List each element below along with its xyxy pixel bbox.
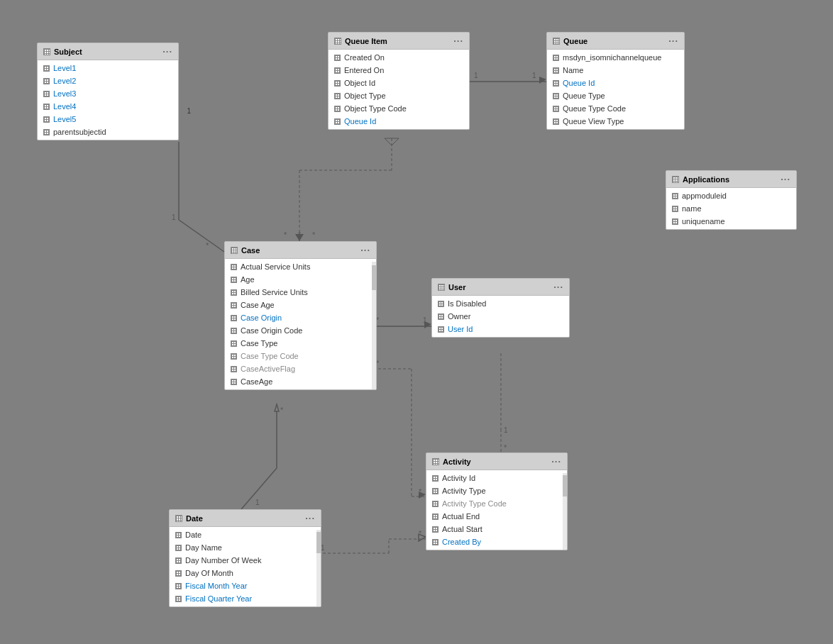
user-entity: User ··· Is Disabled Owner User Id [431, 278, 570, 338]
user-header[interactable]: User ··· [432, 279, 569, 296]
field-icon [231, 366, 237, 372]
svg-text:1: 1 [504, 426, 508, 434]
field-label: name [682, 204, 702, 213]
table-row: Level1 [38, 62, 178, 74]
field-label: Level3 [53, 89, 76, 98]
table-row: Level3 [38, 87, 178, 100]
field-label: Level4 [53, 102, 76, 111]
field-icon [672, 193, 678, 199]
field-label: Queue Id [563, 79, 595, 87]
queue-title: Queue [563, 37, 587, 45]
queue-entity: Queue ··· msdyn_isomnichannelqueue Name … [546, 32, 685, 130]
field-label: Queue View Type [563, 117, 624, 126]
activity-grid-icon [432, 458, 439, 465]
field-label: Activity Type [442, 487, 486, 495]
table-row: Object Id [329, 77, 469, 89]
table-row: Queue Id [547, 77, 684, 89]
table-row: Actual End [426, 510, 567, 523]
svg-text:*: * [419, 529, 422, 538]
field-label: Case Age [241, 301, 275, 309]
field-label: Created On [344, 53, 385, 62]
field-label: Case Origin Code [241, 326, 302, 335]
field-icon [334, 67, 341, 74]
subject-header[interactable]: Subject ··· [38, 43, 178, 60]
field-icon [553, 80, 559, 87]
field-icon [175, 596, 182, 602]
queue-item-ellipsis[interactable]: ··· [453, 35, 463, 46]
table-row: Queue Id [329, 115, 469, 128]
field-label: Age [241, 275, 255, 284]
field-icon [175, 532, 182, 538]
field-label: Level5 [53, 115, 76, 123]
field-label: appmoduleid [682, 191, 727, 200]
case-ellipsis[interactable]: ··· [360, 245, 370, 255]
case-header[interactable]: Case ··· [225, 242, 376, 259]
table-row: Billed Service Units [225, 286, 376, 299]
field-icon [553, 55, 559, 61]
queue-header[interactable]: Queue ··· [547, 33, 684, 50]
queue-item-title: Queue Item [345, 37, 387, 45]
field-label: Day Name [185, 543, 222, 552]
field-label: Entered On [344, 66, 384, 74]
field-icon [334, 118, 341, 125]
date-grid-icon [175, 515, 182, 522]
field-label: Object Type [344, 91, 386, 100]
subject-title: Subject [54, 48, 82, 56]
svg-text:*: * [298, 231, 302, 239]
table-row: Actual Service Units [225, 260, 376, 273]
field-icon [43, 91, 50, 97]
table-row: Object Type Code [329, 102, 469, 115]
svg-marker-24 [275, 404, 279, 411]
activity-ellipsis[interactable]: ··· [551, 456, 561, 467]
field-icon [672, 218, 678, 225]
queue-item-header[interactable]: Queue Item ··· [329, 33, 469, 50]
activity-header[interactable]: Activity ··· [426, 453, 567, 470]
subject-entity: Subject ··· Level1 Level2 Level3 Level4 … [37, 43, 179, 140]
date-ellipsis[interactable]: ··· [305, 513, 315, 523]
field-icon [334, 55, 341, 61]
applications-ellipsis[interactable]: ··· [780, 174, 790, 184]
date-header[interactable]: Date ··· [170, 510, 321, 527]
user-title: User [448, 283, 465, 292]
table-row: Fiscal Quarter Year [170, 592, 321, 605]
svg-marker-36 [419, 534, 426, 541]
svg-text:1: 1 [172, 213, 176, 221]
table-row: Activity Type Code [426, 497, 567, 510]
table-row: Day Name [170, 541, 321, 554]
table-row: Fiscal Month Year [170, 579, 321, 592]
queue-ellipsis[interactable]: ··· [668, 35, 678, 46]
field-icon [175, 557, 182, 564]
applications-header[interactable]: Applications ··· [666, 171, 796, 188]
table-row: parentsubjectid [38, 126, 178, 138]
field-icon [334, 93, 341, 99]
field-label: Day Number Of Week [185, 556, 261, 565]
field-icon [231, 302, 237, 309]
table-row: Case Origin [225, 311, 376, 324]
activity-rows: Activity Id Activity Type Activity Type … [426, 470, 567, 550]
queue-rows: msdyn_isomnichannelqueue Name Queue Id Q… [547, 50, 684, 129]
svg-text:*: * [206, 241, 209, 250]
applications-title: Applications [683, 175, 729, 184]
svg-line-23 [241, 468, 277, 509]
field-icon [43, 65, 50, 72]
table-row: Date [170, 528, 321, 541]
field-icon [231, 340, 237, 347]
user-ellipsis[interactable]: ··· [553, 282, 563, 292]
field-icon [175, 570, 182, 577]
table-row: Queue Type Code [547, 102, 684, 115]
svg-marker-2 [539, 77, 546, 84]
field-icon [432, 475, 438, 482]
field-icon [175, 583, 182, 589]
queue-item-entity: Queue Item ··· Created On Entered On Obj… [328, 32, 470, 130]
field-label: Is Disabled [448, 299, 486, 308]
subject-ellipsis[interactable]: ··· [162, 46, 172, 57]
svg-text:1: 1 [532, 72, 536, 79]
field-icon [231, 328, 237, 334]
date-entity: Date ··· Date Day Name Day Number Of Wee… [169, 509, 321, 607]
user-grid-icon [438, 284, 445, 291]
svg-text:*: * [284, 231, 287, 239]
field-icon [432, 526, 438, 533]
svg-text:1: 1 [474, 72, 478, 79]
table-row: Age [225, 273, 376, 286]
field-label: Activity Type Code [442, 499, 507, 508]
